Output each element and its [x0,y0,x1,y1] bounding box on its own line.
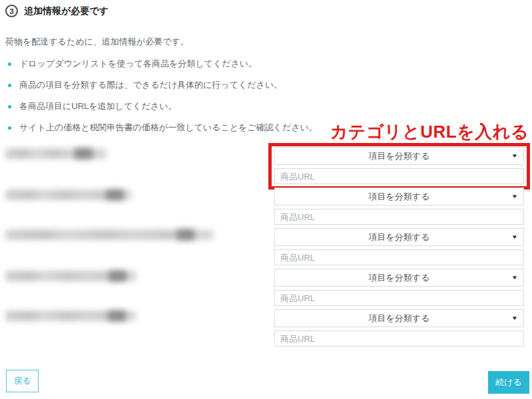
category-dropdown-label: 項目を分類する [369,313,430,325]
bullet-dot-icon [8,126,11,130]
product-row: 項目を分類する ▼ [274,309,524,346]
list-item-text: 商品の項目を分類する際は、できるだけ具体的に行ってください。 [19,80,282,90]
product-row: 項目を分類する ▼ [274,269,524,306]
category-dropdown-label: 項目を分類する [369,272,430,284]
list-item: 商品の項目を分類する際は、できるだけ具体的に行ってください。 [5,80,318,90]
product-url-input[interactable] [274,249,524,265]
product-row: 項目を分類する ▼ [274,147,524,184]
list-item: 各商品項目にURLを追加してください。 [5,101,318,112]
category-dropdown[interactable]: 項目を分類する ▼ [274,309,524,327]
instruction-list: ドロップダウンリストを使って各商品を分類してください。 商品の項目を分類する際は… [5,59,318,144]
category-dropdown[interactable]: 項目を分類する ▼ [274,147,524,165]
product-url-input[interactable] [274,331,524,346]
product-url-input[interactable] [274,290,524,306]
category-dropdown[interactable]: 項目を分類する ▼ [274,228,524,246]
blurred-product-label [5,190,132,200]
chevron-down-icon: ▼ [511,194,518,200]
bullet-dot-icon [8,105,11,108]
product-rows-column: 項目を分類する ▼ 項目を分類する ▼ 項目を分類する ▼ 項目を分類する ▼ [274,147,524,350]
category-dropdown[interactable]: 項目を分類する ▼ [274,269,524,287]
intro-text: 荷物を配達するために、追加情報が必要です。 [5,36,189,48]
product-url-input[interactable] [274,168,524,184]
list-item-text: ドロップダウンリストを使って各商品を分類してください。 [19,59,257,69]
red-annotation-text: カテゴリとURLを入れる [330,120,529,144]
blurred-product-label [5,271,136,281]
step-number-badge: 3 [5,5,18,17]
list-item: ドロップダウンリストを使って各商品を分類してください。 [5,59,318,69]
step-header: 3 追加情報が必要です [5,5,109,17]
page-title: 追加情報が必要です [24,5,109,17]
list-item-text: 各商品項目にURLを追加してください。 [19,101,176,112]
chevron-down-icon: ▼ [511,154,518,159]
bullet-dot-icon [8,63,11,66]
product-row: 項目を分類する ▼ [274,228,524,265]
product-url-input[interactable] [274,209,524,225]
blurred-product-label [5,311,136,321]
category-dropdown-label: 項目を分類する [369,150,430,162]
category-dropdown-label: 項目を分類する [369,191,430,203]
category-dropdown[interactable]: 項目を分類する ▼ [274,188,524,205]
list-item: サイト上の価格と税関申告書の価格が一致していることをご確認ください。 [5,122,318,133]
continue-button[interactable]: 続ける [488,371,529,394]
blurred-product-label [5,229,214,240]
category-dropdown-label: 項目を分類する [369,231,430,243]
chevron-down-icon: ▼ [511,235,518,240]
list-item-text: サイト上の価格と税関申告書の価格が一致していることをご確認ください。 [19,122,318,133]
additional-info-step-page: 3 追加情報が必要です 荷物を配達するために、追加情報が必要です。 ドロップダウ… [0,0,532,399]
chevron-down-icon: ▼ [511,275,518,281]
back-button[interactable]: 戻る [6,370,39,392]
product-row: 項目を分類する ▼ [274,188,524,225]
bullet-dot-icon [8,84,11,87]
chevron-down-icon: ▼ [511,316,518,321]
blurred-product-label [5,148,107,159]
